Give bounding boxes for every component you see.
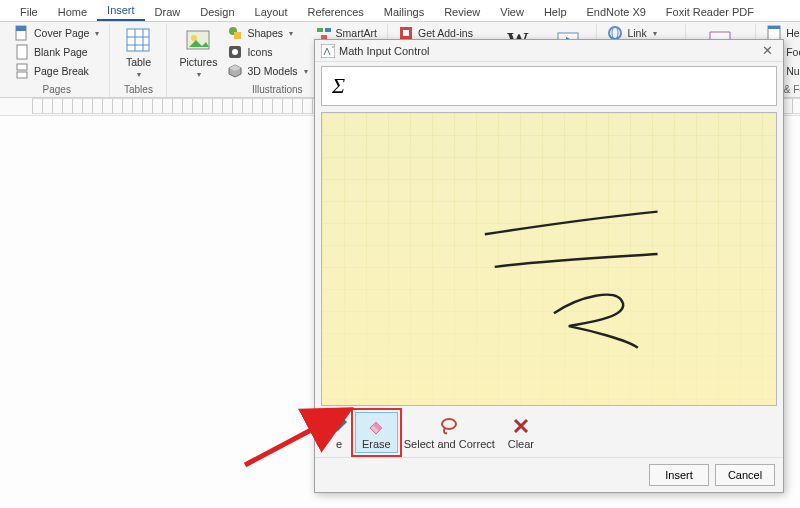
select-correct-tool[interactable]: Select and Correct: [398, 413, 501, 452]
3d-models-button[interactable]: 3D Models: [223, 62, 311, 80]
shapes-button[interactable]: Shapes: [223, 24, 311, 42]
tab-layout[interactable]: Layout: [245, 3, 298, 21]
shapes-label: Shapes: [247, 27, 283, 39]
svg-rect-25: [403, 30, 409, 36]
svg-point-15: [232, 49, 238, 55]
group-pages-label: Pages: [43, 83, 71, 97]
close-button[interactable]: ✕: [758, 43, 777, 58]
page-break-label: Page Break: [34, 65, 89, 77]
svg-rect-16: [317, 28, 323, 32]
footer-label: Footer: [786, 46, 800, 58]
math-input-dialog: Math Input Control ✕ Σ e Erase Select an…: [314, 39, 784, 493]
math-expression: Σ: [332, 73, 345, 99]
icons-button[interactable]: Icons: [223, 43, 311, 61]
dialog-title-text: Math Input Control: [339, 45, 430, 57]
group-tables: Table Tables: [110, 24, 167, 97]
math-recognition-display: Σ: [321, 66, 777, 106]
math-ink-canvas[interactable]: [321, 112, 777, 406]
math-tools: e Erase Select and Correct Clear: [315, 408, 783, 457]
tab-view[interactable]: View: [490, 3, 534, 21]
svg-point-11: [191, 35, 197, 41]
math-input-app-icon: [321, 44, 335, 58]
dialog-titlebar[interactable]: Math Input Control ✕: [315, 40, 783, 62]
svg-rect-1: [16, 26, 26, 31]
table-icon: [124, 26, 152, 54]
tab-foxit[interactable]: Foxit Reader PDF: [656, 3, 764, 21]
tab-design[interactable]: Design: [190, 3, 244, 21]
tab-file[interactable]: File: [10, 3, 48, 21]
select-correct-label: Select and Correct: [404, 438, 495, 450]
svg-rect-13: [234, 32, 241, 39]
link-label: Link: [627, 27, 646, 39]
dialog-buttons: Insert Cancel: [315, 457, 783, 492]
ink-strokes: [322, 113, 776, 405]
tab-endnote[interactable]: EndNote X9: [577, 3, 656, 21]
eraser-icon: [366, 416, 386, 436]
pen-icon: [329, 416, 349, 436]
header-label: Header: [786, 27, 800, 39]
group-headerfooter-label: & Foot: [784, 83, 800, 97]
cancel-button[interactable]: Cancel: [715, 464, 775, 486]
page-break-icon: [14, 63, 30, 79]
svg-rect-4: [17, 72, 27, 78]
table-label: Table: [126, 56, 151, 68]
clear-tool[interactable]: Clear: [501, 413, 541, 452]
menu-bar: File Home Insert Draw Design Layout Refe…: [0, 0, 800, 22]
write-tool[interactable]: e: [323, 413, 355, 452]
page-number-label: Numbe: [786, 65, 800, 77]
svg-point-27: [609, 27, 621, 39]
clear-label: Clear: [508, 438, 534, 450]
tab-insert[interactable]: Insert: [97, 1, 145, 21]
icons-label: Icons: [247, 46, 272, 58]
svg-rect-17: [325, 28, 331, 32]
write-label: e: [336, 438, 342, 450]
svg-rect-2: [17, 45, 27, 59]
clear-icon: [511, 416, 531, 436]
blank-page-label: Blank Page: [34, 46, 88, 58]
tab-help[interactable]: Help: [534, 3, 577, 21]
3d-models-icon: [227, 63, 243, 79]
svg-point-36: [442, 419, 456, 429]
cover-page-label: Cover Page: [34, 27, 89, 39]
get-addins-label: Get Add-ins: [418, 27, 473, 39]
insert-button[interactable]: Insert: [649, 464, 709, 486]
tab-draw[interactable]: Draw: [145, 3, 191, 21]
svg-rect-30: [768, 26, 780, 29]
3d-models-label: 3D Models: [247, 65, 297, 77]
svg-rect-5: [127, 29, 149, 51]
blank-page-button[interactable]: Blank Page: [10, 43, 103, 61]
cover-page-icon: [14, 25, 30, 41]
tab-review[interactable]: Review: [434, 3, 490, 21]
erase-label: Erase: [362, 438, 391, 450]
page-break-button[interactable]: Page Break: [10, 62, 103, 80]
pictures-button[interactable]: Pictures: [173, 24, 223, 81]
icons-icon: [227, 44, 243, 60]
lasso-icon: [439, 416, 459, 436]
svg-rect-3: [17, 64, 27, 70]
table-button[interactable]: Table: [116, 24, 160, 81]
tab-references[interactable]: References: [298, 3, 374, 21]
erase-tool[interactable]: Erase: [355, 412, 398, 453]
smartart-label: SmartArt: [336, 27, 377, 39]
shapes-icon: [227, 25, 243, 41]
group-tables-label: Tables: [124, 83, 153, 97]
pictures-icon: [184, 26, 212, 54]
pictures-label: Pictures: [179, 56, 217, 68]
group-pages: Cover Page Blank Page Page Break Pages: [4, 24, 110, 97]
tab-mailings[interactable]: Mailings: [374, 3, 434, 21]
svg-point-28: [612, 27, 618, 39]
cover-page-button[interactable]: Cover Page: [10, 24, 103, 42]
tab-home[interactable]: Home: [48, 3, 97, 21]
blank-page-icon: [14, 44, 30, 60]
group-illustrations-label: Illustrations: [252, 83, 303, 97]
